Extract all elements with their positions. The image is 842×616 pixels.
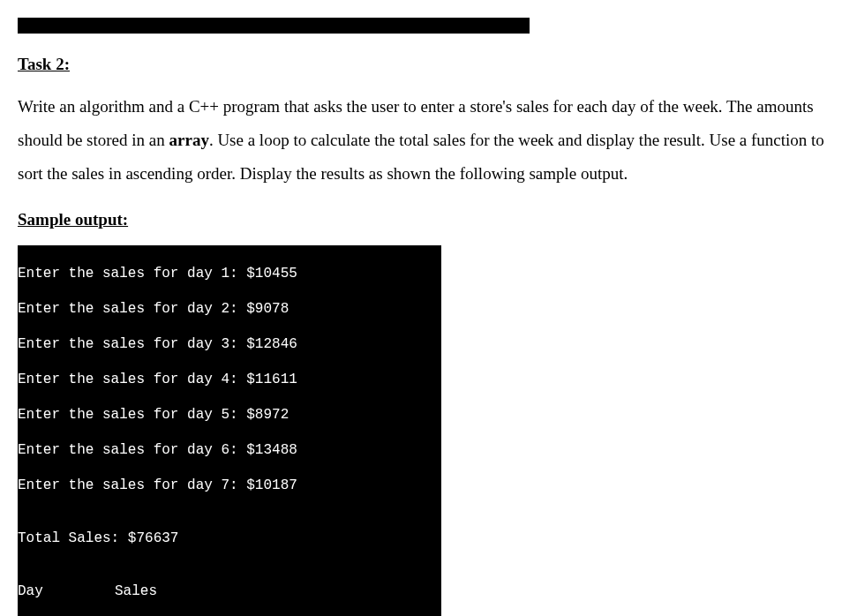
console-total-line: Total Sales: $76637 <box>18 530 441 547</box>
sample-output-heading: Sample output: <box>18 210 824 229</box>
header-sales: Sales <box>115 582 441 600</box>
desc-bold-array: array <box>169 131 209 149</box>
header-day: Day <box>18 582 115 600</box>
task-heading: Task 2: <box>18 55 824 74</box>
console-prompt-line: Enter the sales for day 4: $11611 <box>18 371 441 388</box>
task-description: Write an algorithm and a C++ program tha… <box>18 90 824 191</box>
console-prompt-line: Enter the sales for day 2: $9078 <box>18 300 441 318</box>
console-prompt-line: Enter the sales for day 1: $10455 <box>18 265 441 282</box>
console-output: Enter the sales for day 1: $10455 Enter … <box>18 245 441 616</box>
console-prompt-line: Enter the sales for day 6: $13488 <box>18 441 441 459</box>
top-black-bar <box>18 18 530 34</box>
console-prompt-line: Enter the sales for day 7: $10187 <box>18 477 441 494</box>
console-prompt-line: Enter the sales for day 5: $8972 <box>18 406 441 424</box>
console-table-header: DaySales <box>18 582 441 600</box>
console-prompt-line: Enter the sales for day 3: $12846 <box>18 335 441 353</box>
